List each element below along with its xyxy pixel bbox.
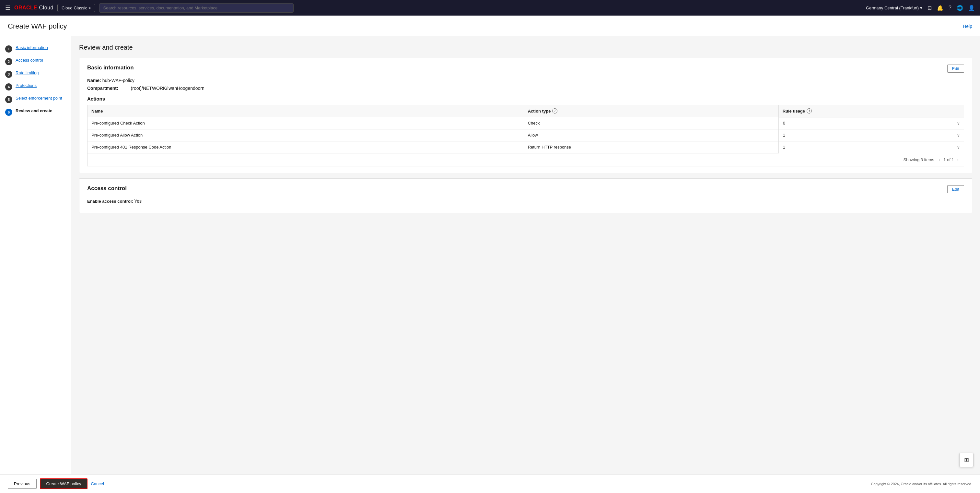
rule-usage-info-icon[interactable]: i — [807, 108, 812, 113]
sidebar: 1 Basic information 2 Access control 3 R… — [0, 36, 71, 490]
row3-expand-icon[interactable]: ∨ — [957, 145, 960, 150]
actions-table: Name Action type i Rule usage — [87, 105, 964, 153]
col-rule-usage-label: Rule usage — [783, 108, 805, 113]
sidebar-label-basic-information: Basic information — [16, 45, 48, 50]
name-label: Name: — [87, 78, 101, 83]
next-page-icon[interactable]: › — [956, 157, 960, 163]
compartment-label: Compartment: — [87, 86, 118, 91]
name-value: hub-WAF-policy — [102, 78, 135, 83]
create-waf-policy-button[interactable]: Create WAF policy — [40, 479, 88, 489]
actions-subtitle: Actions — [87, 96, 964, 102]
access-control-card: Access control Edit Enable access contro… — [79, 179, 972, 213]
row2-expand-icon[interactable]: ∨ — [957, 133, 960, 137]
page-indicator: 1 of 1 — [943, 157, 954, 162]
access-control-edit-button[interactable]: Edit — [947, 185, 964, 193]
access-control-card-header: Access control Edit — [87, 185, 964, 193]
enable-access-control-row: Enable access control: Yes — [87, 198, 964, 204]
cancel-button[interactable]: Cancel — [91, 481, 104, 486]
hamburger-menu-icon[interactable]: ☰ — [5, 4, 10, 11]
page-header: Create WAF policy Help — [0, 16, 980, 36]
compartment-row: Compartment: (root)/NETWORK/IwanHoogendo… — [87, 86, 964, 91]
step-badge-5: 5 — [5, 96, 12, 103]
bottom-bar-actions: Previous Create WAF policy Cancel — [8, 479, 104, 489]
console-icon[interactable]: ⊡ — [928, 5, 932, 11]
chevron-down-icon: ▾ — [920, 5, 922, 10]
page-title: Create WAF policy — [8, 22, 67, 30]
sidebar-item-access-control[interactable]: 2 Access control — [0, 55, 71, 68]
help-widget[interactable]: ⊞ — [959, 453, 974, 467]
table-footer: Showing 3 items ‹ 1 of 1 › — [87, 153, 964, 166]
sidebar-item-rate-limiting[interactable]: 3 Rate limiting — [0, 68, 71, 80]
nav-right: Germany Central (Frankfurt) ▾ ⊡ 🔔 ? 🌐 👤 — [866, 5, 975, 11]
row1-rule-usage: 0 ∨ — [779, 117, 964, 129]
step-badge-3: 3 — [5, 71, 12, 78]
row1-name: Pre-configured Check Action — [88, 117, 524, 129]
enable-access-control-label: Enable access control: — [87, 199, 133, 204]
basic-info-card-title: Basic information — [87, 65, 134, 71]
showing-items-text: Showing 3 items — [903, 157, 934, 162]
language-icon[interactable]: 🌐 — [957, 5, 963, 11]
bottom-bar: Previous Create WAF policy Cancel Copyri… — [0, 474, 980, 490]
row2-action-type: Allow — [524, 129, 778, 141]
oracle-brand-text: ORACLE — [14, 5, 37, 11]
section-heading: Review and create — [79, 44, 972, 51]
row1-action-type: Check — [524, 117, 778, 129]
main-content: 1 Basic information 2 Access control 3 R… — [0, 36, 980, 490]
step-badge-1: 1 — [5, 45, 12, 53]
enable-access-control-value: Yes — [134, 198, 142, 204]
region-selector[interactable]: Germany Central (Frankfurt) ▾ — [866, 5, 922, 10]
col-header-rule-usage: Rule usage i — [778, 105, 964, 117]
row3-name: Pre-configured 401 Response Code Action — [88, 141, 524, 153]
table-row: Pre-configured Allow Action Allow 1 ∨ — [88, 129, 964, 141]
previous-button[interactable]: Previous — [8, 479, 37, 489]
notification-icon[interactable]: 🔔 — [937, 5, 943, 11]
name-row: Name: hub-WAF-policy — [87, 78, 964, 83]
row1-expand-icon[interactable]: ∨ — [957, 121, 960, 126]
row3-rule-usage: 1 ∨ — [779, 141, 964, 153]
sidebar-item-select-enforcement-point[interactable]: 5 Select enforcement point — [0, 93, 71, 106]
step-badge-4: 4 — [5, 83, 12, 91]
access-control-card-title: Access control — [87, 185, 127, 192]
col-header-action-type: Action type i — [524, 105, 778, 117]
sidebar-item-protections[interactable]: 4 Protections — [0, 80, 71, 93]
step-badge-2: 2 — [5, 58, 12, 65]
col-header-name: Name — [88, 105, 524, 117]
step-badge-6: 6 — [5, 108, 12, 116]
top-navigation: ☰ ORACLE Cloud Cloud Classic > Germany C… — [0, 0, 980, 16]
sidebar-label-access-control: Access control — [16, 58, 43, 62]
profile-icon[interactable]: 👤 — [968, 5, 975, 11]
action-type-info-icon[interactable]: i — [552, 108, 557, 113]
compartment-value: (root)/NETWORK/IwanHoogendoorn — [119, 86, 205, 91]
table-row: Pre-configured Check Action Check 0 ∨ — [88, 117, 964, 129]
pagination: ‹ 1 of 1 › — [937, 157, 960, 163]
help-widget-icon: ⊞ — [964, 456, 969, 463]
sidebar-item-basic-information[interactable]: 1 Basic information — [0, 43, 71, 55]
prev-page-icon[interactable]: ‹ — [937, 157, 942, 163]
sidebar-label-select-enforcement-point: Select enforcement point — [16, 96, 62, 101]
sidebar-item-review-and-create[interactable]: 6 Review and create — [0, 106, 71, 118]
help-icon[interactable]: ? — [948, 5, 951, 11]
region-text: Germany Central (Frankfurt) — [866, 5, 919, 10]
basic-information-card: Basic information Edit Name: hub-WAF-pol… — [79, 58, 972, 173]
row3-action-type: Return HTTP response — [524, 141, 778, 153]
col-action-type-label: Action type — [528, 108, 551, 113]
content-area: Review and create Basic information Edit… — [71, 36, 980, 490]
sidebar-label-protections: Protections — [16, 83, 37, 88]
col-name-label: Name — [91, 108, 103, 113]
help-link[interactable]: Help — [963, 24, 972, 29]
sidebar-label-review-and-create: Review and create — [16, 108, 52, 113]
basic-info-edit-button[interactable]: Edit — [947, 65, 964, 73]
copyright-text: Copyright © 2024, Oracle and/or its affi… — [871, 482, 972, 486]
sidebar-label-rate-limiting: Rate limiting — [16, 70, 39, 75]
row2-name: Pre-configured Allow Action — [88, 129, 524, 141]
search-input[interactable] — [99, 3, 294, 13]
oracle-logo: ORACLE Cloud — [14, 5, 54, 11]
table-row: Pre-configured 401 Response Code Action … — [88, 141, 964, 153]
row2-rule-usage: 1 ∨ — [779, 129, 964, 141]
basic-info-card-header: Basic information Edit — [87, 65, 964, 73]
cloud-text: Cloud — [39, 5, 54, 11]
cloud-classic-button[interactable]: Cloud Classic > — [57, 4, 95, 12]
